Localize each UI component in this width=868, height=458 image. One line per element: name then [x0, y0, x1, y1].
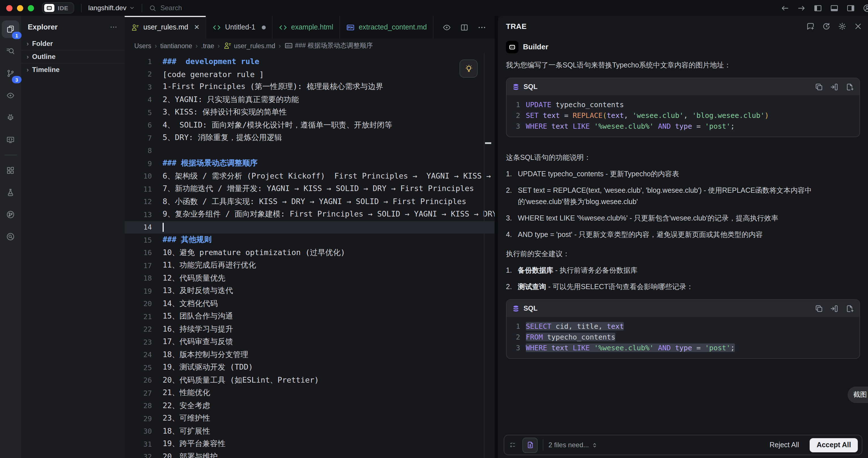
editor-line[interactable]: 2014、文档化代码: [125, 297, 495, 310]
ide-mode-switcher[interactable]: IDE: [42, 2, 74, 13]
layout-bottom-icon[interactable]: [830, 4, 839, 12]
editor-line[interactable]: 139、复杂业务组件 / 面向对象建模: First Principles → …: [125, 208, 495, 221]
insert-icon[interactable]: [830, 83, 839, 91]
breadcrumb[interactable]: Users›tiantianone›.trae›user_rules.md›ab…: [125, 38, 495, 53]
breadcrumb-item[interactable]: .trae: [201, 42, 214, 49]
breadcrumb-item[interactable]: user_rules.md: [223, 41, 275, 50]
layout-right-icon[interactable]: [846, 4, 855, 12]
activity-item-source-control[interactable]: 3: [2, 65, 19, 82]
zoom-window-button[interactable]: [28, 5, 34, 11]
sql-token: WHERE: [526, 122, 547, 130]
insert-icon[interactable]: [830, 304, 839, 313]
activity-badge: 3: [12, 76, 22, 83]
new-file-icon[interactable]: [845, 304, 854, 313]
overview-ruler[interactable]: [484, 53, 485, 458]
editor-line[interactable]: 15### 其他规则: [125, 234, 495, 246]
editor-line[interactable]: 2317、代码审查与反馈: [125, 336, 495, 348]
editor-line[interactable]: 1711、功能完成后再进行优化: [125, 259, 495, 272]
account-icon[interactable]: [863, 4, 868, 12]
code-icon: [279, 23, 287, 31]
activity-item-ai-preview[interactable]: [2, 87, 19, 104]
editor-line[interactable]: 9### 根据场景动态调整顺序: [125, 157, 495, 170]
files-pending-label[interactable]: 2 files need...: [549, 441, 598, 449]
editor-line[interactable]: 64、 SOLID: 面向对象/模块化设计时，遵循单一职责、开放封闭等: [125, 119, 495, 131]
editor-tab-user_rules.md[interactable]: user_rules.md✕: [125, 16, 207, 38]
panel-splitter[interactable]: [495, 16, 498, 458]
screenshot-button[interactable]: 截图: [847, 387, 868, 403]
workspace-switcher[interactable]: langshift.dev: [88, 4, 135, 12]
unsaved-dot-icon[interactable]: [262, 25, 266, 29]
editor-line[interactable]: 31-First Principles (第一性原理): 梳理最核心需求与边界: [125, 81, 495, 93]
activity-item-explorer[interactable]: 1: [2, 21, 19, 38]
editor-line[interactable]: 2[code generator rule ]: [125, 68, 495, 81]
editor-line[interactable]: 128、小函数 / 工具库实现: KISS → DRY → YAGNI → SO…: [125, 195, 495, 208]
explorer-more-button[interactable]: ⋯: [110, 22, 118, 31]
accept-all-button[interactable]: Accept All: [810, 438, 858, 452]
preview-eye-icon[interactable]: [442, 23, 451, 31]
global-search[interactable]: Search: [149, 4, 182, 12]
editor-line[interactable]: 3018、可扩展性: [125, 425, 495, 437]
checklist-icon[interactable]: [509, 441, 517, 449]
close-window-button[interactable]: [6, 5, 12, 11]
close-tab-icon[interactable]: ✕: [194, 23, 199, 31]
back-arrow-icon[interactable]: [781, 4, 789, 12]
editor-line[interactable]: 2923、可维护性: [125, 412, 495, 425]
editor-line[interactable]: 2822、安全考虑: [125, 399, 495, 412]
changed-files-button[interactable]: [522, 437, 538, 453]
activity-item-search[interactable]: [2, 42, 19, 60]
activity-item-terminal[interactable]: [2, 131, 19, 149]
code-editor[interactable]: 1### development rule2[code generator ru…: [125, 53, 495, 458]
copy-icon[interactable]: [815, 304, 823, 313]
editor-line[interactable]: 2418、版本控制与分支管理: [125, 348, 495, 361]
editor-line[interactable]: 2620、代码质量工具 (如ESLint、Prettier): [125, 374, 495, 387]
new-chat-icon[interactable]: [806, 22, 815, 30]
history-icon[interactable]: [822, 22, 831, 30]
sql-code[interactable]: 1UPDATE typecho_contents2SET text = REPL…: [506, 95, 860, 136]
more-actions-icon[interactable]: [477, 23, 486, 31]
editor-line[interactable]: 106、架构级 / 需求分析 (Project Kickoff) First P…: [125, 170, 495, 183]
explorer-section-timeline[interactable]: ›Timeline: [21, 63, 125, 76]
editor-line[interactable]: 3220、部署与维护: [125, 450, 495, 458]
line-number: 29: [125, 414, 152, 423]
forward-arrow-icon[interactable]: [797, 4, 806, 12]
split-editor-icon[interactable]: [460, 23, 469, 31]
sql-code[interactable]: 1SELECT cid, title, text2FROM typecho_co…: [506, 317, 860, 358]
editor-line[interactable]: 42、YAGNI: 只实现当前真正需要的功能: [125, 93, 495, 106]
ai-quick-action-button[interactable]: [460, 60, 477, 78]
editor-line[interactable]: 2115、团队合作与沟通: [125, 310, 495, 323]
activity-item-extensions[interactable]: [2, 161, 19, 179]
editor-line[interactable]: 1913、及时反馈与迭代: [125, 284, 495, 297]
copy-icon[interactable]: [815, 83, 823, 91]
search-circle-icon: [6, 233, 15, 241]
explorer-section-folder[interactable]: ›Folder: [21, 37, 125, 50]
editor-line[interactable]: 1812、代码质量优先: [125, 272, 495, 284]
editor-line[interactable]: 2216、持续学习与提升: [125, 323, 495, 336]
editor-line[interactable]: 2519、测试驱动开发 (TDD): [125, 361, 495, 374]
activity-item-code-search[interactable]: [2, 228, 19, 245]
settings-icon[interactable]: [838, 22, 846, 30]
editor-line[interactable]: 75、DRY: 消除重复，提炼公用逻辑: [125, 131, 495, 144]
activity-item-test-lab[interactable]: [2, 184, 19, 201]
editor-line[interactable]: 1### development rule: [125, 55, 495, 68]
breadcrumb-item[interactable]: abc### 根据场景动态调整顺序: [284, 41, 373, 50]
explorer-section-outline[interactable]: ›Outline: [21, 50, 125, 63]
editor-tab-Untitled-1[interactable]: Untitled-1: [207, 16, 273, 38]
editor-line[interactable]: 1610、避免 premature optimization (过早优化): [125, 246, 495, 259]
editor-line[interactable]: 2721、性能优化: [125, 387, 495, 399]
reject-all-button[interactable]: Reject All: [764, 441, 805, 449]
activity-item-debug[interactable]: [2, 109, 19, 126]
editor-tab-extracted_content.md[interactable]: extracted_content.md: [340, 16, 433, 38]
editor-line[interactable]: 117、新功能迭代 / 增量开发: YAGNI → KISS → SOLID →…: [125, 183, 495, 195]
editor-line[interactable]: 8: [125, 144, 495, 157]
breadcrumb-item[interactable]: Users: [134, 42, 151, 49]
minimize-window-button[interactable]: [17, 5, 23, 11]
breadcrumb-item[interactable]: tiantianone: [160, 42, 192, 49]
layout-left-icon[interactable]: [814, 4, 822, 12]
editor-line[interactable]: 3119、跨平台兼容性: [125, 437, 495, 450]
close-icon[interactable]: [854, 22, 862, 30]
editor-line[interactable]: 53、KISS: 保持设计和实现的简单性: [125, 106, 495, 119]
editor-line[interactable]: 14: [125, 221, 495, 234]
activity-item-git-graph[interactable]: [2, 206, 19, 223]
new-file-icon[interactable]: [845, 83, 854, 91]
editor-tab-example.html[interactable]: example.html: [273, 16, 340, 38]
